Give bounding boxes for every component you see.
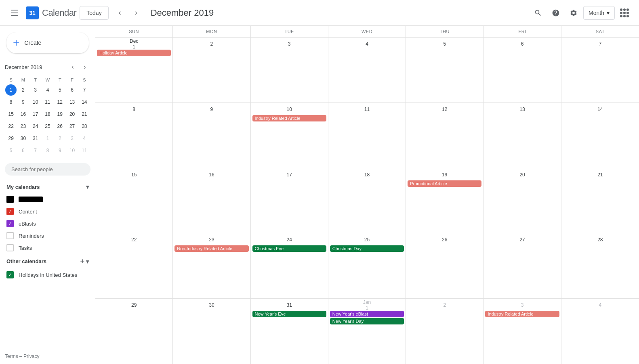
mini-cal-day[interactable]: 10 <box>30 96 41 108</box>
mini-cal-day[interactable]: 14 <box>79 96 90 108</box>
calendar-event[interactable]: Promotional Article <box>408 180 481 187</box>
calendar-cell[interactable]: 15 <box>95 168 173 233</box>
calendar-cell[interactable]: 2 <box>173 38 250 103</box>
calendar-cell[interactable]: 11 <box>328 103 406 168</box>
calendar-cell[interactable]: 21 <box>561 168 639 233</box>
search-icon-btn[interactable] <box>530 5 546 21</box>
help-icon-btn[interactable] <box>548 5 564 21</box>
calendar-item-primary[interactable] <box>3 193 92 205</box>
calendar-cell[interactable]: 28 <box>561 233 639 298</box>
mini-cal-day[interactable]: 5 <box>54 84 65 96</box>
mini-cal-prev[interactable]: ‹ <box>67 61 78 73</box>
calendar-event[interactable]: Christmas Day <box>330 245 404 252</box>
mini-cal-day[interactable]: 5 <box>5 145 17 156</box>
mini-cal-day[interactable]: 30 <box>17 133 29 144</box>
calendar-cell[interactable]: 9 <box>173 103 250 168</box>
mini-cal-day[interactable]: 31 <box>30 133 41 144</box>
other-calendars-header[interactable]: Other calendars + ▾ <box>3 254 92 269</box>
mini-cal-day[interactable]: 17 <box>30 109 41 120</box>
mini-cal-day[interactable]: 28 <box>79 121 90 132</box>
mini-cal-day[interactable]: 2 <box>54 133 65 144</box>
calendar-cell[interactable]: 4 <box>561 299 639 364</box>
today-button[interactable]: Today <box>80 6 108 20</box>
calendar-cell[interactable]: Jan 1New Year's eBlastNew Year's Day <box>328 299 406 364</box>
privacy-link[interactable]: Privacy <box>23 354 39 359</box>
calendar-cell[interactable]: 26 <box>406 233 483 298</box>
calendar-cell[interactable]: 23Non-Industry Related Article <box>173 233 250 298</box>
calendar-cell[interactable]: Dec 1Holiday Article <box>95 38 173 103</box>
calendar-cell[interactable]: 2 <box>406 299 483 364</box>
calendar-event[interactable]: Non-Industry Related Article <box>174 245 248 252</box>
mini-cal-day[interactable]: 18 <box>42 109 53 120</box>
calendar-cell[interactable]: 24Christmas Eve <box>251 233 328 298</box>
view-dropdown[interactable]: Month ▾ <box>583 6 615 20</box>
calendar-cell[interactable]: 29 <box>95 299 173 364</box>
calendar-cell[interactable]: 7 <box>561 38 639 103</box>
calendar-cell[interactable]: 4 <box>328 38 406 103</box>
mini-cal-day[interactable]: 1 <box>42 133 53 144</box>
calendar-cell[interactable]: 6 <box>483 38 561 103</box>
mini-cal-day[interactable]: 27 <box>67 121 78 132</box>
calendar-cell[interactable]: 22 <box>95 233 173 298</box>
calendar-cell[interactable]: 12 <box>406 103 483 168</box>
mini-cal-day[interactable]: 2 <box>17 84 29 96</box>
terms-link[interactable]: Terms <box>5 354 18 359</box>
mini-cal-day[interactable]: 6 <box>17 145 29 156</box>
calendar-cell[interactable]: 16 <box>173 168 250 233</box>
mini-cal-next[interactable]: › <box>79 61 90 73</box>
calendar-cell[interactable]: 18 <box>328 168 406 233</box>
calendar-event[interactable]: New Year's Eve <box>252 311 326 317</box>
mini-cal-day[interactable]: 13 <box>67 96 78 108</box>
create-button[interactable]: + Create <box>6 32 89 53</box>
calendar-cell[interactable]: 27 <box>483 233 561 298</box>
hamburger-menu[interactable] <box>6 5 23 21</box>
calendar-cell[interactable]: 20 <box>483 168 561 233</box>
calendar-cell[interactable]: 10Industry Related Article <box>251 103 328 168</box>
mini-cal-day[interactable]: 21 <box>79 109 90 120</box>
mini-cal-day[interactable]: 25 <box>42 121 53 132</box>
mini-cal-day[interactable]: 4 <box>42 84 53 96</box>
calendar-cell[interactable]: 19Promotional Article <box>406 168 483 233</box>
next-arrow[interactable]: › <box>128 5 144 21</box>
mini-cal-day[interactable]: 3 <box>30 84 41 96</box>
mini-cal-day[interactable]: 16 <box>17 109 29 120</box>
search-people-input[interactable] <box>5 163 90 176</box>
add-other-calendar-icon[interactable]: + <box>80 257 84 266</box>
mini-cal-day[interactable]: 11 <box>79 145 90 156</box>
mini-cal-day[interactable]: 9 <box>17 96 29 108</box>
calendar-item-holidays[interactable]: ✓ Holidays in United States <box>3 269 92 281</box>
calendar-cell[interactable]: 5 <box>406 38 483 103</box>
calendar-event[interactable]: New Year's Day <box>330 318 404 324</box>
mini-cal-day[interactable]: 26 <box>54 121 65 132</box>
calendar-cell[interactable]: 31New Year's Eve <box>251 299 328 364</box>
calendar-cell[interactable]: 13 <box>483 103 561 168</box>
settings-icon-btn[interactable] <box>565 5 582 21</box>
mini-cal-day[interactable]: 7 <box>30 145 41 156</box>
calendar-item-content[interactable]: ✓ Content <box>3 205 92 218</box>
calendar-event[interactable]: Industry Related Article <box>485 311 559 317</box>
mini-cal-day[interactable]: 20 <box>67 109 78 120</box>
calendar-event[interactable]: Industry Related Article <box>252 115 326 121</box>
mini-cal-day[interactable]: 4 <box>79 133 90 144</box>
mini-cal-day[interactable]: 6 <box>67 84 78 96</box>
mini-cal-day[interactable]: 23 <box>17 121 29 132</box>
mini-cal-day[interactable]: 19 <box>54 109 65 120</box>
mini-cal-day[interactable]: 7 <box>79 84 90 96</box>
apps-icon-btn[interactable] <box>616 5 633 21</box>
calendar-cell[interactable]: 25Christmas Day <box>328 233 406 298</box>
calendar-event[interactable]: Holiday Article <box>97 50 171 56</box>
mini-cal-day[interactable]: 22 <box>5 121 17 132</box>
calendar-cell[interactable]: 8 <box>95 103 173 168</box>
calendar-cell[interactable]: 14 <box>561 103 639 168</box>
mini-cal-day[interactable]: 24 <box>30 121 41 132</box>
mini-cal-day[interactable]: 29 <box>5 133 17 144</box>
calendar-item-tasks[interactable]: Tasks <box>3 242 92 254</box>
calendar-event[interactable]: New Year's eBlast <box>330 311 404 317</box>
mini-cal-day[interactable]: 12 <box>54 96 65 108</box>
mini-cal-day[interactable]: 8 <box>42 145 53 156</box>
prev-arrow[interactable]: ‹ <box>112 5 128 21</box>
mini-cal-day[interactable]: 10 <box>67 145 78 156</box>
mini-cal-day[interactable]: 9 <box>54 145 65 156</box>
mini-cal-day[interactable]: 1 <box>5 84 17 96</box>
calendar-cell[interactable]: 17 <box>251 168 328 233</box>
